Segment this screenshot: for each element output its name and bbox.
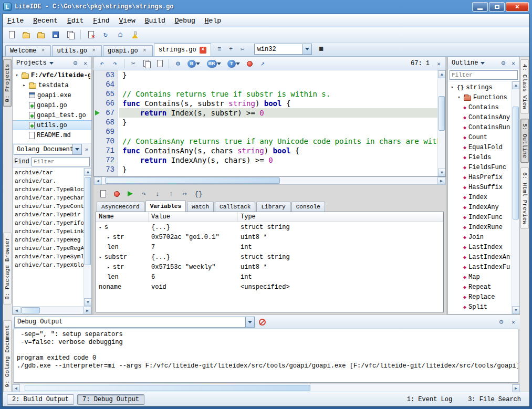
doc-list-item[interactable]: archive/tar.TypeXGlobalHeader — [13, 261, 84, 269]
combo-arrow-icon[interactable] — [72, 144, 81, 154]
scroll-left-icon[interactable]: ◀ — [13, 307, 20, 314]
menu-item-recent[interactable]: Recent — [28, 15, 62, 26]
tab-close-icon[interactable]: × — [39, 48, 46, 55]
menu-item-file[interactable]: File — [3, 15, 28, 26]
line-number-gutter[interactable]: 6364656667686970717273 — [94, 70, 118, 176]
projects-panel-combo[interactable]: Projects — [14, 59, 70, 67]
build-run-button[interactable]: BR — [204, 58, 224, 69]
line-number-73[interactable]: 73 — [94, 165, 118, 174]
record-icon[interactable] — [244, 58, 255, 69]
stop-debug-icon[interactable] — [111, 188, 122, 199]
variable-row-len[interactable]: len7int — [96, 242, 443, 252]
status-item-3-file-search[interactable]: 3: File Search — [464, 396, 525, 403]
output-close-icon[interactable]: ✕ — [509, 318, 518, 327]
maximize-button[interactable] — [489, 2, 505, 12]
outline-item-indexany[interactable]: ◆IndexAny — [448, 202, 512, 212]
outline-item-repeat[interactable]: ◆Repeat — [448, 282, 512, 292]
debug-tab-library[interactable]: Library — [256, 202, 290, 212]
output-gear-icon[interactable]: ⚙ — [497, 318, 506, 327]
doc-list-item[interactable]: archive/tar. — [13, 177, 84, 185]
code-line-69[interactable] — [119, 127, 437, 137]
column-header-value[interactable]: Value — [149, 212, 238, 222]
scroll-track[interactable] — [438, 78, 445, 169]
scroll-thumb[interactable] — [105, 177, 279, 184]
build-target-combo[interactable]: win32 — [254, 44, 312, 55]
line-number-68[interactable]: 68 — [94, 118, 118, 127]
outline-item-containsany[interactable]: ◆ContainsAny — [448, 112, 512, 122]
editor-vscrollbar[interactable]: ▲ ▼ — [437, 70, 445, 176]
scroll-track[interactable] — [84, 176, 91, 298]
test-button[interactable]: T — [225, 58, 242, 69]
doc-list-item[interactable]: archive/tar.TypeChar — [13, 194, 84, 202]
code-line-65[interactable]: // Contains returns true if substr is wi… — [119, 89, 437, 99]
doc-list-item[interactable]: archive/tar.TypeRegA — [13, 244, 84, 253]
combo-arrow-icon[interactable] — [245, 317, 254, 327]
close-file-button[interactable] — [85, 29, 97, 41]
editor-tab-strings-go[interactable]: strings.go× — [154, 43, 211, 56]
clear-output-icon[interactable] — [258, 318, 267, 327]
project-tree-item-testdata[interactable]: ▸testdata — [13, 80, 91, 90]
side-tab-4-class-view[interactable]: 4: Class View — [520, 59, 529, 114]
status-button-7-debug-output[interactable]: 7: Debug Output — [77, 394, 144, 405]
outline-item-indexfunc[interactable]: ◆IndexFunc — [448, 212, 512, 222]
menu-item-build[interactable]: Build — [140, 15, 170, 26]
project-tree-item-f-vfc-liteide-git[interactable]: ▾F:/vfc/liteide-git — [13, 70, 91, 80]
side-tab-6-html-preview[interactable]: 6: Html Preview — [520, 167, 529, 229]
outline-item-replace[interactable]: ◆Replace — [448, 292, 512, 302]
doc-list-item[interactable]: archive/tar.TypeLink — [13, 227, 84, 236]
project-tree-item-goapi-exe[interactable]: goapi.exe — [13, 90, 91, 100]
open-folder-button[interactable] — [35, 29, 47, 41]
code-line-67[interactable]: return Index(s, substr) >= 0 — [119, 108, 437, 118]
menu-item-debug[interactable]: Debug — [170, 15, 200, 26]
projects-close-icon[interactable]: ✕ — [81, 59, 90, 68]
side-tab-9-golang-document[interactable]: 9: Golang Document — [3, 320, 12, 392]
line-number-72[interactable]: 72 — [94, 155, 118, 165]
project-tree-item-goapi-go[interactable]: goapi.go — [13, 100, 91, 110]
undo-icon[interactable]: ↶ — [96, 58, 108, 69]
outline-item-lastindexany[interactable]: ◆LastIndexAny — [448, 252, 512, 262]
scroll-track[interactable] — [20, 384, 512, 392]
build-button[interactable]: B — [185, 58, 202, 69]
scroll-track[interactable] — [102, 177, 437, 184]
menu-item-view[interactable]: View — [114, 15, 140, 26]
editor-tab-welcome[interactable]: Welcome× — [5, 45, 51, 56]
scroll-right-icon[interactable]: ▶ — [84, 307, 91, 314]
editor-tab-utils-go[interactable]: utils.go× — [52, 45, 102, 56]
side-tab-5-outline[interactable]: 5: Outline — [520, 119, 529, 163]
side-tab-8-package-browser[interactable]: 8: Package Browser — [3, 233, 12, 305]
close-button[interactable]: × — [506, 2, 529, 12]
expander-icon[interactable]: ▾ — [14, 72, 19, 78]
output-selector-combo[interactable]: Debug Output — [14, 317, 255, 328]
outline-close-icon[interactable]: ✕ — [509, 59, 518, 68]
titlebar[interactable]: L LiteIDE - C:\Go\src\pkg\strings\string… — [0, 0, 532, 14]
new-file-button[interactable] — [5, 29, 18, 41]
env-toolbar-button[interactable]: ▦ — [315, 43, 328, 55]
editor-hscrollbar[interactable]: ◀ ▶ — [93, 177, 446, 185]
outline-item-hasprefix[interactable]: ◆HasPrefix — [448, 172, 512, 182]
line-number-71[interactable]: 71 — [94, 146, 118, 155]
debug-tab-variables[interactable]: Variables — [145, 201, 186, 212]
paste-icon[interactable] — [154, 58, 165, 69]
step-into-icon[interactable]: ↓ — [152, 188, 163, 199]
outline-item-count[interactable]: ◆Count — [448, 132, 512, 142]
projects-gear-icon[interactable]: ⚙ — [71, 59, 80, 68]
copy-icon[interactable] — [141, 58, 152, 69]
scroll-left-icon[interactable]: ◀ — [12, 384, 20, 392]
line-number-64[interactable]: 64 — [94, 80, 118, 89]
open-file-button[interactable] — [20, 29, 33, 41]
menu-item-edit[interactable]: Edit — [62, 15, 88, 26]
outline-gear-icon[interactable]: ⚙ — [499, 59, 508, 68]
debug-log-icon[interactable] — [98, 188, 108, 199]
minimize-button[interactable] — [472, 2, 488, 12]
outline-item-map[interactable]: ◆Map — [448, 272, 512, 282]
debug-tab-watch[interactable]: Watch — [187, 202, 214, 212]
expander-icon[interactable]: ▾ — [450, 85, 455, 90]
doc-list-hscrollbar[interactable]: ◀ ▶ — [13, 306, 91, 314]
doc-list-vscrollbar[interactable]: ▲ ▼ — [84, 168, 91, 306]
debug-tab-callstack[interactable]: CallStack — [215, 202, 255, 212]
line-number-67[interactable]: 67 — [94, 108, 118, 118]
scroll-down-icon[interactable]: ▼ — [84, 298, 92, 306]
scroll-right-icon[interactable]: ▶ — [512, 384, 520, 392]
doc-list-item[interactable]: archive/tar.TypeFifo — [13, 219, 84, 227]
tab-close-icon[interactable]: × — [90, 48, 97, 55]
